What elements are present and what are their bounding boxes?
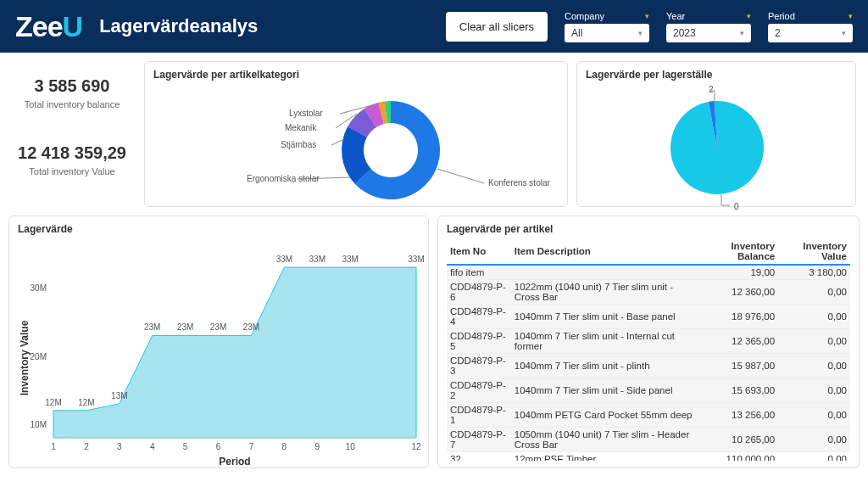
table-cell: 13 256,00 [698, 403, 778, 428]
slicer-period[interactable]: Period▾ 2▾ [768, 11, 853, 42]
page-title: Lagervärdeanalys [99, 15, 258, 37]
table-row[interactable]: fifo item19,003 180,00 [447, 265, 850, 280]
donut-label: Stjärnbas [281, 140, 316, 149]
pie-label: 0 [734, 202, 739, 211]
table-header[interactable]: Inventory Value [778, 238, 850, 265]
x-tick: 5 [183, 442, 188, 451]
table-header[interactable]: Item No [447, 238, 511, 265]
inventory-table: Item NoItem DescriptionInventory Balance… [447, 238, 850, 461]
table-cell: CDD4879-P-2 [447, 378, 511, 403]
logo-text-main: Zee [15, 10, 63, 42]
header-bar: ZeeU Lagervärdeanalys Clear all slicers … [0, 0, 868, 53]
data-label: 12M [78, 398, 94, 407]
table-row[interactable]: CDD4879-P-21040mm 7 Tier slim unit - Sid… [447, 378, 850, 403]
x-tick: 2 [84, 442, 89, 451]
x-tick: 12 [411, 442, 421, 451]
area-series[interactable] [53, 267, 416, 438]
kpi-label: Total inventory Value [8, 166, 136, 176]
kpi-column: 3 585 690 Total inventory balance 12 418… [8, 61, 136, 207]
table-cell: 1022mm (1040 unit) 7 Tier slim unit - Cr… [511, 280, 698, 305]
table-cell: CDD4879-P-7 [447, 428, 511, 452]
chevron-down-icon: ▾ [645, 12, 649, 20]
slicer-value: 2023 [673, 27, 696, 39]
area-chart: 10M20M30M12M12M13M23M23M23M23M33M33M33M3… [18, 238, 425, 467]
svg-line-0 [437, 169, 484, 183]
x-tick: 7 [249, 442, 254, 451]
table-cell: 0,00 [778, 354, 850, 378]
table-cell: CDD4879-P-4 [447, 305, 511, 329]
card-title: Lagervärde per artikel [447, 223, 850, 235]
card-title: Lagervärde per artikelkategori [153, 69, 559, 81]
x-tick: 9 [314, 442, 320, 451]
table-cell: CDD4879-P-3 [447, 354, 511, 378]
table-row[interactable]: 3212mm PSE Timber110 000,000,00 [447, 452, 850, 462]
pie-chart: 02 [586, 84, 849, 211]
logo: ZeeU [15, 10, 82, 43]
table-cell: 10 265,00 [698, 428, 778, 452]
table-cell: 18 976,00 [698, 305, 778, 329]
chevron-down-icon: ▾ [849, 12, 853, 20]
table-cell: 0,00 [778, 378, 850, 403]
table-row[interactable]: CDD4879-P-11040mm PETG Card Pocket 55mm … [447, 403, 850, 428]
table-row[interactable]: CDD4879-P-71050mm (1040 unit) 7 Tier sli… [447, 428, 850, 452]
x-tick: 1 [51, 442, 56, 451]
x-tick: 3 [117, 442, 122, 451]
table-row[interactable]: CDD4879-P-61022mm (1040 unit) 7 Tier sli… [447, 280, 850, 305]
table-cell: CDD4879-P-5 [447, 329, 511, 354]
slicer-company[interactable]: Company▾ All▾ [565, 11, 649, 42]
chevron-down-icon: ▾ [638, 29, 643, 37]
table-cell: 32 [447, 452, 511, 462]
table-row[interactable]: CDD4879-P-31040mm 7 Tier slim unit - pli… [447, 354, 850, 378]
data-label: 23M [177, 322, 193, 332]
table-cell: 12mm PSE Timber [511, 452, 698, 462]
table-cell: 0,00 [778, 329, 850, 354]
clear-all-slicers-button[interactable]: Clear all slicers [446, 12, 548, 42]
slicer-year[interactable]: Year▾ 2023▾ [666, 11, 751, 42]
table-cell: 3 180,00 [778, 265, 850, 280]
kpi-value: 12 418 359,29 [8, 143, 136, 163]
data-label: 33M [408, 255, 424, 264]
slicer-label: Year [666, 11, 685, 21]
table-cell: 0,00 [778, 428, 850, 452]
y-tick: 30M [31, 283, 47, 293]
table-row[interactable]: CDD4879-P-41040mm 7 Tier slim unit - Bas… [447, 305, 850, 329]
table-cell: CDD4879-P-1 [447, 403, 511, 428]
slicer-value: All [571, 27, 582, 39]
donut-label: Konferens stolar [488, 178, 550, 188]
table-cell: 1040mm 7 Tier slim unit - Internal cut f… [511, 329, 698, 354]
table-cell: 110 000,00 [698, 452, 778, 462]
table-cell: 0,00 [778, 305, 850, 329]
data-label: 33M [276, 255, 292, 264]
table-cell: 1040mm 7 Tier slim unit - Base panel [511, 305, 698, 329]
slicer-label: Period [768, 11, 795, 21]
table-cell: 12 360,00 [698, 280, 778, 305]
y-tick: 10M [31, 420, 47, 429]
donut-chart-card: Lagervärde per artikelkategori Konferens… [144, 61, 568, 207]
chevron-down-icon: ▾ [740, 29, 744, 37]
donut-label: Mekanik [285, 123, 317, 132]
y-axis-label: Inventory Value [19, 321, 31, 396]
data-label: 23M [243, 322, 259, 332]
slicer-label: Company [565, 11, 604, 21]
table-cell: fifo item [447, 265, 511, 280]
x-tick: 4 [150, 442, 155, 451]
table-header[interactable]: Item Description [511, 238, 698, 265]
x-tick: 8 [282, 442, 287, 451]
table-cell: 15 987,00 [698, 354, 778, 378]
table-cell: 12 365,00 [698, 329, 778, 354]
pie-label: 2 [709, 85, 714, 94]
kpi-inventory-value: 12 418 359,29 Total inventory Value [8, 143, 136, 176]
data-label: 33M [309, 255, 326, 264]
card-title: Lagervärde per lagerställe [586, 69, 847, 81]
table-header[interactable]: Inventory Balance [698, 238, 778, 265]
data-label: 13M [111, 391, 127, 400]
table-header-row: Item NoItem DescriptionInventory Balance… [447, 238, 850, 265]
card-title: Lagervärde [18, 223, 420, 235]
table-cell: 1040mm PETG Card Pocket 55mm deep [511, 403, 698, 428]
data-label: 12M [45, 398, 61, 407]
table-cell [511, 265, 698, 280]
donut-label: Ergonomiska stolar [247, 174, 320, 183]
table-row[interactable]: CDD4879-P-51040mm 7 Tier slim unit - Int… [447, 329, 850, 354]
kpi-inventory-balance: 3 585 690 Total inventory balance [8, 76, 136, 109]
chevron-down-icon: ▾ [842, 29, 846, 37]
